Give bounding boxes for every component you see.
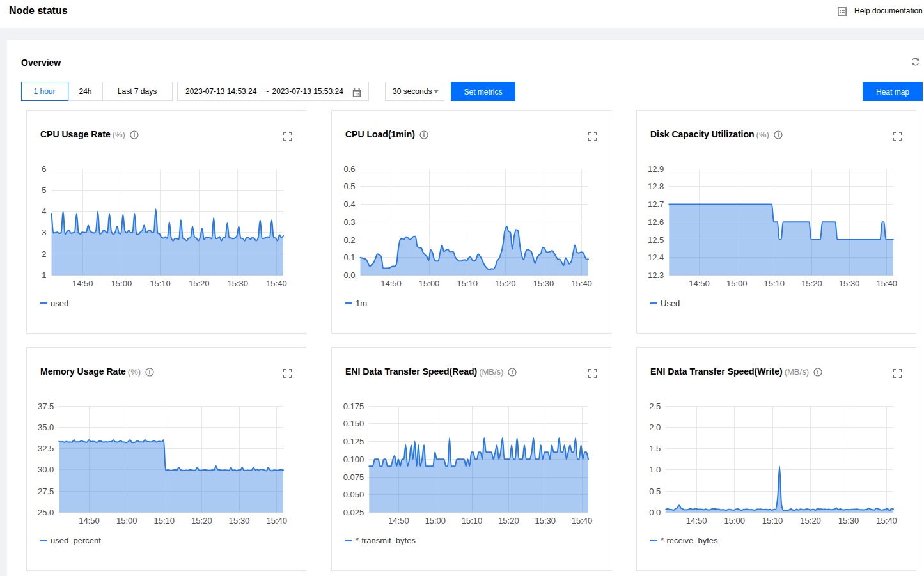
svg-text:0.3: 0.3 (343, 217, 355, 227)
svg-text:15:40: 15:40 (266, 279, 287, 288)
svg-text:0.0: 0.0 (343, 270, 355, 280)
svg-text:15:40: 15:40 (266, 516, 287, 525)
svg-text:3: 3 (42, 228, 46, 237)
svg-text:15:10: 15:10 (764, 279, 785, 288)
svg-text:12.8: 12.8 (648, 182, 664, 191)
svg-text:14:50: 14:50 (72, 279, 93, 288)
svg-text:15:20: 15:20 (498, 516, 519, 525)
svg-text:15:40: 15:40 (876, 279, 897, 288)
svg-text:14:50: 14:50 (380, 279, 402, 288)
svg-text:12.9: 12.9 (648, 164, 664, 174)
svg-text:0.150: 0.150 (343, 419, 364, 428)
svg-text:0.2: 0.2 (343, 235, 355, 245)
svg-text:0.125: 0.125 (343, 437, 364, 446)
svg-text:15:10: 15:10 (462, 516, 483, 525)
svg-text:37.5: 37.5 (38, 401, 54, 411)
svg-text:15:20: 15:20 (189, 279, 210, 288)
svg-text:0.6: 0.6 (343, 164, 355, 174)
svg-text:15:30: 15:30 (533, 279, 554, 288)
svg-text:14:50: 14:50 (686, 516, 707, 525)
svg-text:0.100: 0.100 (343, 455, 364, 464)
svg-text:15:20: 15:20 (801, 279, 822, 288)
svg-text:12.7: 12.7 (648, 199, 664, 209)
svg-text:15:20: 15:20 (800, 516, 821, 525)
svg-text:15:30: 15:30 (229, 516, 250, 525)
svg-text:15:10: 15:10 (150, 279, 171, 288)
svg-text:25.0: 25.0 (38, 508, 54, 517)
svg-text:14:50: 14:50 (388, 516, 409, 525)
svg-text:0.1: 0.1 (343, 253, 355, 262)
svg-text:5: 5 (42, 185, 46, 195)
svg-text:15:10: 15:10 (154, 516, 175, 525)
svg-text:0.075: 0.075 (343, 472, 364, 482)
svg-text:1: 1 (42, 270, 46, 280)
svg-text:12.3: 12.3 (648, 270, 664, 280)
svg-text:15:20: 15:20 (191, 516, 212, 525)
svg-text:15:00: 15:00 (724, 516, 745, 525)
svg-text:32.5: 32.5 (38, 444, 54, 453)
svg-text:35.0: 35.0 (38, 423, 54, 432)
svg-text:2.5: 2.5 (649, 401, 661, 411)
svg-text:14:50: 14:50 (689, 279, 710, 288)
svg-text:30.0: 30.0 (38, 465, 54, 474)
svg-text:0.5: 0.5 (343, 182, 355, 191)
svg-text:0.050: 0.050 (343, 490, 364, 499)
svg-text:0.0: 0.0 (649, 508, 661, 517)
svg-text:15:30: 15:30 (838, 516, 859, 525)
svg-text:12.4: 12.4 (648, 253, 664, 262)
svg-text:15:00: 15:00 (116, 516, 137, 525)
svg-text:27.5: 27.5 (38, 486, 54, 496)
svg-text:2: 2 (42, 249, 46, 259)
svg-text:0.4: 0.4 (343, 199, 355, 209)
svg-text:14:50: 14:50 (79, 516, 100, 525)
svg-text:0.175: 0.175 (343, 401, 364, 411)
svg-text:0.025: 0.025 (343, 508, 364, 517)
svg-text:0.5: 0.5 (649, 486, 661, 496)
svg-text:15:00: 15:00 (425, 516, 446, 525)
svg-text:15:20: 15:20 (495, 279, 516, 288)
svg-text:6: 6 (42, 164, 46, 174)
svg-text:15:40: 15:40 (572, 516, 593, 525)
svg-text:2.0: 2.0 (649, 423, 661, 432)
svg-text:15:40: 15:40 (571, 279, 592, 288)
svg-text:15:30: 15:30 (839, 279, 860, 288)
svg-text:12.6: 12.6 (648, 217, 664, 227)
svg-text:4: 4 (42, 206, 46, 216)
svg-text:1.0: 1.0 (649, 465, 661, 474)
svg-text:15:40: 15:40 (876, 516, 897, 525)
svg-text:15:10: 15:10 (762, 516, 783, 525)
svg-text:15:00: 15:00 (726, 279, 748, 288)
svg-text:15:00: 15:00 (111, 279, 132, 288)
svg-text:15:00: 15:00 (419, 279, 440, 288)
svg-text:1.5: 1.5 (649, 444, 661, 453)
svg-text:15:30: 15:30 (228, 279, 249, 288)
svg-text:15:10: 15:10 (457, 279, 478, 288)
svg-text:12.5: 12.5 (648, 235, 664, 245)
svg-text:15:30: 15:30 (535, 516, 556, 525)
